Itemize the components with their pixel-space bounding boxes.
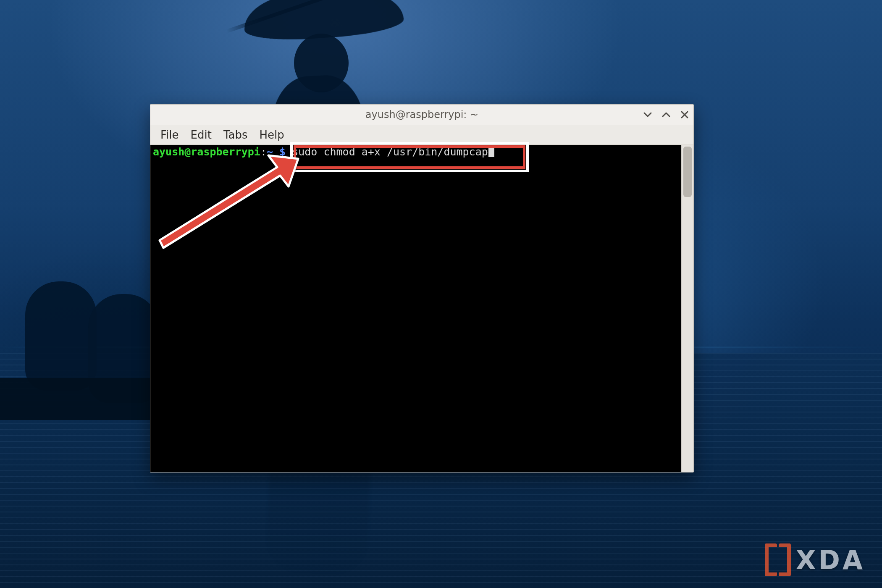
- chevron-up-icon: [662, 110, 671, 119]
- menubar: File Edit Tabs Help: [150, 125, 693, 145]
- bracket-left-icon: [765, 543, 777, 576]
- chevron-down-icon: [643, 110, 652, 119]
- window-title: ayush@raspberrypi: ~: [150, 109, 693, 121]
- xda-watermark: XDA: [765, 543, 865, 576]
- text-cursor: [488, 147, 494, 157]
- terminal-window: ayush@raspberrypi: ~ File Edit: [150, 104, 694, 472]
- close-button[interactable]: [680, 110, 689, 119]
- prompt-user-host: ayush@raspberrypi: [153, 146, 260, 158]
- cormorant-silhouette-1: [25, 281, 97, 391]
- terminal-body[interactable]: ayush@raspberrypi:~ $ sudo chmod a+x /us…: [150, 145, 681, 472]
- minimize-button[interactable]: [643, 110, 652, 119]
- vertical-scrollbar[interactable]: [681, 145, 693, 472]
- watermark-text: XDA: [796, 545, 865, 575]
- window-titlebar[interactable]: ayush@raspberrypi: ~: [150, 105, 693, 125]
- menu-file[interactable]: File: [155, 127, 185, 143]
- scrollbar-thumb[interactable]: [683, 147, 692, 197]
- command-input[interactable]: sudo chmod a+x /usr/bin/dumpcap: [292, 146, 488, 158]
- close-icon: [680, 110, 689, 119]
- terminal-body-wrap: ayush@raspberrypi:~ $ sudo chmod a+x /us…: [150, 145, 693, 472]
- prompt-symbol: $: [279, 146, 286, 158]
- maximize-button[interactable]: [662, 110, 671, 119]
- menu-help[interactable]: Help: [253, 127, 290, 143]
- prompt-path: ~: [267, 146, 273, 158]
- bracket-right-icon: [779, 543, 791, 576]
- menu-tabs[interactable]: Tabs: [218, 127, 254, 143]
- menu-edit[interactable]: Edit: [185, 127, 218, 143]
- window-controls: [643, 105, 689, 125]
- prompt-separator: :: [260, 146, 267, 158]
